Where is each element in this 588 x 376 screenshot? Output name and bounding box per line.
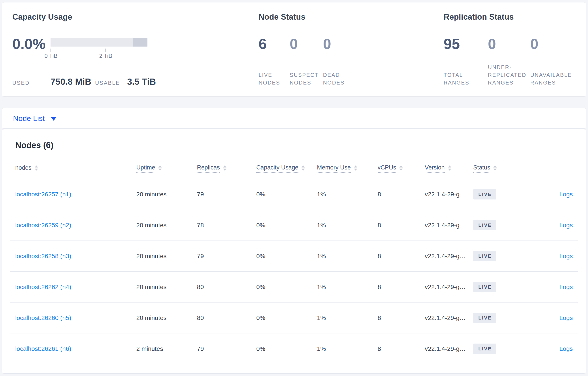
column-header-status[interactable]: Status (473, 164, 528, 173)
nodes-table-panel: Nodes (6) nodes Uptime Replicas Capacity… (2, 129, 586, 374)
vcpus-cell: 8 (378, 191, 425, 198)
vcpus-cell: 8 (378, 314, 425, 322)
live-nodes-value: 6 (258, 36, 290, 52)
table-header-row: nodes Uptime Replicas Capacity Usage Mem… (10, 158, 578, 179)
suspect-nodes-stat: 0 SUSPECT NODES (290, 36, 323, 87)
logs-link[interactable]: Logs (559, 253, 573, 260)
nodes-table-heading: Nodes (6) (15, 141, 573, 150)
vcpus-cell: 8 (378, 222, 425, 229)
column-header-replicas[interactable]: Replicas (197, 164, 256, 173)
capacity-cell: 0% (256, 191, 317, 198)
table-row: localhost:26258 (n3) 20 minutes 79 0% 1%… (10, 241, 578, 272)
dead-nodes-label: DEAD NODES (323, 71, 350, 87)
sort-icon (493, 166, 497, 171)
capacity-axis: 0 TiB 2 TiB (51, 47, 147, 58)
status-badge: LIVE (473, 282, 496, 292)
memory-cell: 1% (317, 222, 378, 229)
capacity-bar-track (51, 38, 147, 47)
view-selector-bar: Node List (2, 108, 586, 129)
capacity-usage-section: Capacity Usage 0.0% 0 TiB 2 TiB USED (12, 12, 258, 96)
sort-icon (35, 166, 38, 171)
capacity-cell: 0% (256, 222, 317, 229)
under-replicated-ranges-stat: 0 UNDER-REPLICATED RANGES (488, 36, 530, 87)
sort-icon (399, 166, 403, 171)
node-link[interactable]: localhost:26261 (n6) (15, 345, 71, 352)
replication-status-section: Replication Status 95 TOTAL RANGES 0 UND… (444, 12, 575, 96)
usable-value: 3.5 TiB (127, 77, 156, 87)
node-link[interactable]: localhost:26260 (n5) (15, 314, 71, 321)
version-cell: v22.1.4-29-g… (425, 253, 473, 260)
logs-link[interactable]: Logs (559, 191, 573, 198)
node-link[interactable]: localhost:26262 (n4) (15, 283, 71, 290)
axis-tick (78, 49, 78, 52)
unavailable-value: 0 (530, 36, 575, 52)
node-list-dropdown[interactable]: Node List (13, 114, 56, 123)
axis-label-start: 0 TiB (44, 52, 57, 59)
total-ranges-value: 95 (444, 36, 488, 52)
capacity-bar-reserved (133, 38, 147, 47)
column-header-vcpus[interactable]: vCPUs (378, 164, 425, 173)
used-value: 750.8 MiB (51, 77, 95, 87)
capacity-cell: 0% (256, 253, 317, 260)
logs-link[interactable]: Logs (559, 283, 573, 290)
memory-cell: 1% (317, 253, 378, 260)
node-link[interactable]: localhost:26257 (n1) (15, 191, 71, 198)
uptime-cell: 20 minutes (136, 222, 197, 229)
vcpus-cell: 8 (378, 283, 425, 291)
replicas-cell: 80 (197, 283, 256, 291)
capacity-cell: 0% (256, 345, 317, 352)
status-badge: LIVE (473, 189, 496, 199)
logs-link[interactable]: Logs (559, 222, 573, 229)
column-header-capacity-usage[interactable]: Capacity Usage (256, 164, 317, 173)
capacity-bar-chart: 0 TiB 2 TiB (51, 38, 147, 58)
sort-icon (354, 166, 357, 171)
column-header-memory-use[interactable]: Memory Use (317, 164, 378, 173)
table-row: localhost:26261 (n6) 2 minutes 79 0% 1% … (10, 334, 578, 364)
axis-label-mid: 2 TiB (99, 52, 112, 59)
capacity-usage-title: Capacity Usage (12, 12, 258, 22)
column-header-uptime[interactable]: Uptime (136, 164, 197, 173)
total-ranges-label: TOTAL RANGES (444, 71, 474, 87)
memory-cell: 1% (317, 314, 378, 322)
version-cell: v22.1.4-29-g… (425, 314, 473, 322)
live-nodes-stat: 6 LIVE NODES (258, 36, 290, 87)
axis-tick (105, 49, 106, 52)
sort-icon (223, 166, 226, 171)
column-header-version[interactable]: Version (425, 164, 473, 173)
sort-icon (448, 166, 451, 171)
nodes-table: nodes Uptime Replicas Capacity Usage Mem… (10, 158, 578, 364)
replicas-cell: 79 (197, 345, 256, 352)
uptime-cell: 20 minutes (136, 253, 197, 260)
table-row: localhost:26257 (n1) 20 minutes 79 0% 1%… (10, 179, 578, 210)
total-ranges-stat: 95 TOTAL RANGES (444, 36, 488, 87)
axis-tick (51, 49, 51, 52)
logs-link[interactable]: Logs (559, 345, 573, 352)
replication-status-title: Replication Status (444, 12, 575, 22)
table-row: localhost:26262 (n4) 20 minutes 80 0% 1%… (10, 272, 578, 303)
logs-link[interactable]: Logs (559, 314, 573, 321)
unavailable-label: UNAVAILABLE RANGES (530, 71, 575, 87)
node-status-title: Node Status (258, 12, 444, 22)
replicas-cell: 78 (197, 222, 256, 229)
node-list-dropdown-label: Node List (13, 114, 45, 123)
vcpus-cell: 8 (378, 253, 425, 260)
version-cell: v22.1.4-29-g… (425, 345, 473, 352)
table-row: localhost:26259 (n2) 20 minutes 78 0% 1%… (10, 210, 578, 241)
uptime-cell: 20 minutes (136, 191, 197, 198)
version-cell: v22.1.4-29-g… (425, 222, 473, 229)
axis-tick (133, 49, 133, 52)
column-header-nodes[interactable]: nodes (15, 164, 136, 173)
under-replicated-label: UNDER-REPLICATED RANGES (488, 63, 529, 87)
status-badge: LIVE (473, 344, 496, 354)
status-badge: LIVE (473, 251, 496, 261)
used-label: USED (12, 80, 51, 86)
uptime-cell: 2 minutes (136, 345, 197, 352)
node-link[interactable]: localhost:26259 (n2) (15, 222, 71, 229)
version-cell: v22.1.4-29-g… (425, 283, 473, 291)
live-nodes-label: LIVE NODES (258, 71, 285, 87)
node-link[interactable]: localhost:26258 (n3) (15, 253, 71, 260)
replicas-cell: 79 (197, 191, 256, 198)
sort-icon (302, 166, 305, 171)
capacity-cell: 0% (256, 314, 317, 322)
dead-nodes-stat: 0 DEAD NODES (323, 36, 350, 87)
